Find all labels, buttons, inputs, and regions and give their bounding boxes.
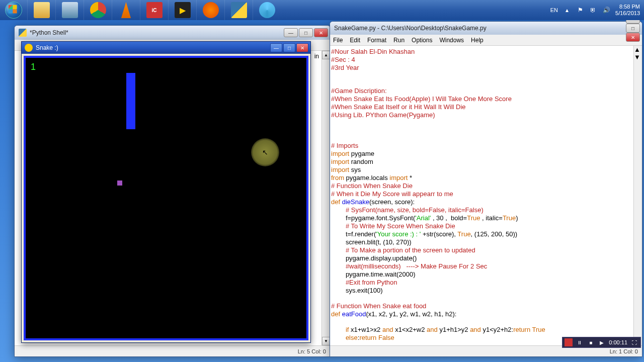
start-button[interactable] [0, 0, 27, 20]
taskbar-item-misc[interactable] [253, 0, 281, 20]
taskbar-item-recorder[interactable]: iC [140, 0, 168, 20]
shell-titlebar[interactable]: *Python Shell* — □ ✕ [15, 26, 330, 40]
game-minimize-button[interactable]: — [270, 43, 282, 52]
snake-body [126, 73, 135, 129]
shell-maximize-button[interactable]: □ [299, 28, 313, 37]
editor-body[interactable]: #Nour Salah El-Din Khashan #Sec : 4 #3rd… [330, 46, 642, 345]
tray-network-icon[interactable]: ⛨ [589, 6, 597, 14]
menu-file[interactable]: File [333, 37, 343, 44]
taskbar-item-notepad[interactable] [55, 0, 84, 20]
stop-icon[interactable]: ■ [587, 338, 595, 346]
game-title: Snake :) [36, 44, 58, 51]
python-icon [19, 29, 27, 37]
shell-status-ln: Ln: 5 [298, 348, 310, 354]
editor-menubar: FileEditFormatRunOptionsWindowsHelp [330, 35, 642, 46]
scroll-up-icon[interactable]: ▲ [322, 51, 330, 59]
shell-minimize-button[interactable]: — [284, 28, 298, 37]
editor-window: SnakeGame.py - C:\Users\Noor\Desktop\Sna… [330, 21, 642, 357]
shell-statusbar: Ln: 5 Col: 0 [15, 345, 330, 356]
windows-orb-icon [5, 2, 22, 19]
taskbar-item-explorer[interactable] [27, 0, 55, 20]
editor-scrollbar[interactable]: ▲▼ [633, 46, 642, 345]
menu-windows[interactable]: Windows [439, 37, 464, 44]
taskbar-item-vlc[interactable] [112, 0, 140, 20]
game-icon [25, 44, 33, 52]
shell-scrollbar[interactable]: ▲ ▼ [321, 51, 330, 345]
editor-close-button[interactable]: ✕ [626, 33, 640, 42]
taskbar-item-player[interactable]: ▶ [168, 0, 196, 20]
snake-game-window: Snake :) — □ ✕ 1 ↖ [21, 41, 311, 343]
editor-maximize-button[interactable]: □ [626, 24, 640, 33]
menu-help[interactable]: Help [471, 37, 484, 44]
shell-title: *Python Shell* [30, 29, 68, 36]
menu-run[interactable]: Run [393, 37, 405, 44]
taskbar-item-firefox[interactable] [196, 0, 224, 20]
menu-options[interactable]: Options [412, 37, 432, 44]
taskbar-pinned: iC ▶ [27, 0, 281, 20]
tray-clock[interactable]: 8:58 PM 5/16/2013 [615, 4, 640, 17]
recorder-expand-icon[interactable]: ⛶ [630, 338, 638, 346]
game-maximize-button[interactable]: □ [283, 43, 295, 52]
tray-flag-icon[interactable]: ⚑ [576, 6, 584, 14]
editor-status-ln: Ln: 1 [610, 348, 622, 354]
scroll-down-icon[interactable]: ▼ [322, 337, 330, 345]
record-icon[interactable] [565, 338, 573, 346]
menu-edit[interactable]: Edit [350, 37, 360, 44]
tray-volume-icon[interactable]: 🔊 [602, 6, 610, 14]
pause-icon[interactable]: ⏸ [576, 338, 584, 346]
shell-close-button[interactable]: ✕ [314, 28, 328, 37]
tray-date: 5/16/2013 [615, 10, 640, 17]
recorder-time: 0:00:11 [609, 339, 627, 345]
taskbar-item-chrome[interactable] [84, 0, 112, 20]
game-score: 1 [31, 62, 36, 72]
editor-title: SnakeGame.py - C:\Users\Noor\Desktop\Sna… [334, 25, 487, 32]
scroll-up-icon[interactable]: ▲ [634, 46, 642, 53]
editor-status-col: Col: 0 [623, 348, 638, 354]
editor-titlebar[interactable]: SnakeGame.py - C:\Users\Noor\Desktop\Sna… [330, 22, 642, 35]
shell-text: in [314, 53, 319, 60]
system-tray: EN ▴ ⚑ ⛨ 🔊 8:58 PM 5/16/2013 [546, 0, 644, 20]
menu-format[interactable]: Format [367, 37, 386, 44]
play-icon[interactable]: ▶ [598, 338, 606, 346]
taskbar: iC ▶ EN ▴ ⚑ ⛨ 🔊 8:58 PM 5/16/2013 [0, 0, 644, 20]
cursor-icon: ↖ [262, 148, 268, 156]
game-canvas[interactable]: 1 ↖ [24, 56, 308, 340]
game-close-button[interactable]: ✕ [296, 43, 308, 52]
shell-status-col: Col: 0 [311, 348, 326, 354]
taskbar-item-python[interactable] [224, 0, 253, 20]
scroll-down-icon[interactable]: ▼ [634, 53, 642, 61]
recorder-bar[interactable]: ⏸ ■ ▶ 0:00:11 ⛶ [562, 337, 641, 348]
tray-time: 8:58 PM [615, 4, 640, 10]
tray-language[interactable]: EN [550, 7, 558, 13]
food-item [117, 180, 122, 186]
tray-chevron-icon[interactable]: ▴ [563, 6, 571, 14]
game-titlebar[interactable]: Snake :) — □ ✕ [22, 42, 310, 54]
